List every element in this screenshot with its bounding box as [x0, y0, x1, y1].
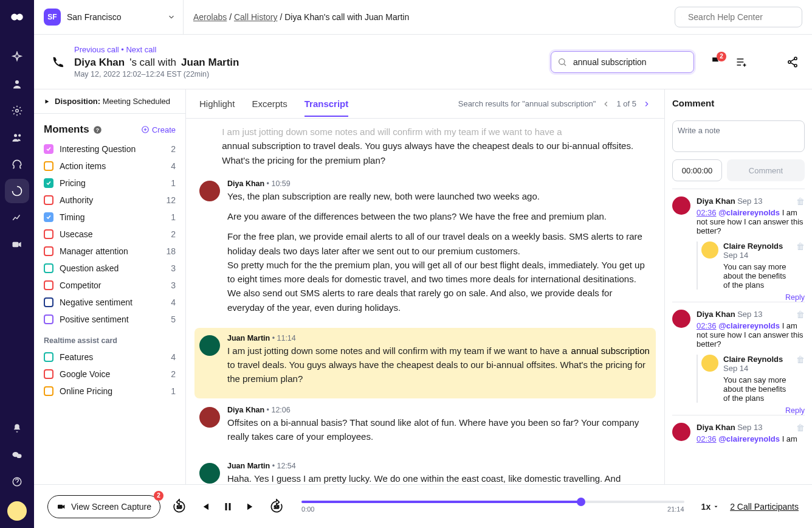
people-icon[interactable]	[5, 125, 29, 150]
create-moment-button[interactable]: Create	[141, 125, 176, 134]
playlist-add-button[interactable]	[735, 56, 748, 68]
tab-highlight[interactable]: Highlight	[199, 91, 235, 116]
moment-item[interactable]: Question asked3	[34, 260, 185, 277]
prev-call-link[interactable]: Previous call	[74, 45, 119, 54]
tab-excerpts[interactable]: Excerpts	[252, 91, 287, 116]
assist-item[interactable]: Online Pricing1	[34, 383, 185, 400]
view-screen-capture-button[interactable]: View Screen Capture 2	[47, 495, 160, 518]
sparkle-icon[interactable]	[5, 45, 29, 69]
transcript-search-input[interactable]	[572, 57, 687, 68]
checkbox-icon[interactable]	[44, 314, 53, 324]
disposition-row[interactable]: Disposition: Meeting Scheduled	[34, 89, 185, 114]
breadcrumb-current: Diya Khan's call with Juan Martin	[284, 12, 409, 22]
assist-count: 1	[171, 386, 176, 396]
delete-icon[interactable]: 🗑	[796, 355, 805, 403]
delete-icon[interactable]: 🗑	[796, 423, 805, 432]
moments-title: Moments ?	[44, 123, 102, 136]
share-button[interactable]	[786, 56, 799, 68]
moment-label: Timing	[60, 212, 165, 222]
breadcrumb-section[interactable]: Call History	[234, 12, 278, 22]
video-icon[interactable]	[5, 232, 29, 257]
transcript-turn: Juan Martin • 11:14I am just jotting dow…	[194, 328, 656, 398]
transcript-search[interactable]	[551, 51, 694, 73]
headset-icon[interactable]	[5, 152, 29, 176]
moment-item[interactable]: Negative sentiment4	[34, 294, 185, 311]
checkbox-icon[interactable]	[44, 297, 53, 307]
checkbox-icon[interactable]	[44, 195, 53, 205]
checkbox-icon[interactable]	[44, 246, 53, 256]
checkbox-icon[interactable]	[44, 386, 53, 396]
assist-label: Online Pricing	[60, 386, 165, 396]
assist-item[interactable]: Features4	[34, 349, 185, 366]
rewind-15-button[interactable]: 15	[171, 499, 187, 515]
person-icon[interactable]	[5, 72, 29, 96]
checkbox-icon[interactable]	[44, 369, 53, 379]
bell-icon[interactable]	[5, 416, 29, 440]
moment-item[interactable]: Pricing1	[34, 175, 185, 192]
playback-speed[interactable]: 1x	[701, 502, 720, 512]
moment-item[interactable]: Timing1	[34, 209, 185, 226]
delete-icon[interactable]: 🗑	[796, 196, 805, 206]
time-elapsed: 0:00	[301, 505, 314, 513]
breadcrumb: Aerolabs / Call History / Diya Khan's ca…	[193, 12, 665, 22]
moment-label: Manager attention	[60, 246, 160, 256]
next-call-link[interactable]: Next call	[126, 45, 156, 54]
workspace-switcher[interactable]: SF San Francisco	[44, 0, 184, 34]
tab-transcript[interactable]: Transcript	[304, 91, 349, 116]
comment-input[interactable]: Write a note	[672, 120, 805, 152]
chart-icon[interactable]	[5, 206, 29, 230]
checkbox-icon[interactable]	[44, 161, 53, 171]
moment-item[interactable]: Action items4	[34, 158, 185, 175]
participants-link[interactable]: 2 Call Participants	[730, 502, 799, 512]
checkbox-icon[interactable]	[44, 263, 53, 273]
checkbox-icon[interactable]	[44, 212, 53, 222]
assist-item[interactable]: Google Voice2	[34, 366, 185, 383]
comment-submit-button[interactable]: Comment	[727, 159, 805, 181]
checkbox-icon[interactable]	[44, 178, 53, 188]
comment-timestamp[interactable]: 02:36	[697, 208, 717, 217]
reply-link[interactable]: Reply	[697, 293, 805, 302]
timestamp-input[interactable]: 00:00:00	[672, 159, 722, 181]
checkbox-icon[interactable]	[44, 229, 53, 239]
moment-count: 1	[171, 178, 176, 188]
user-avatar[interactable]	[7, 501, 27, 521]
help-search-input[interactable]	[687, 12, 796, 23]
moment-label: Authority	[60, 195, 160, 205]
chat-icon[interactable]	[5, 443, 29, 467]
app-logo[interactable]	[7, 7, 27, 27]
history-icon[interactable]	[5, 179, 29, 203]
timeline[interactable]: 0:0021:14	[295, 501, 690, 513]
chevron-right-icon[interactable]	[642, 100, 651, 108]
breadcrumb-org[interactable]: Aerolabs	[193, 12, 227, 22]
reply-link[interactable]: Reply	[697, 406, 805, 415]
help-search[interactable]	[675, 7, 802, 27]
pause-button[interactable]	[222, 501, 233, 512]
comment-item: Diya Khan Sep 1302:36 @clairereynolds I …	[672, 415, 805, 443]
transcript-panel: Highlight Excerpts Transcript Search res…	[186, 89, 665, 484]
speaker-avatar	[199, 463, 220, 484]
moment-item[interactable]: Manager attention18	[34, 243, 185, 260]
chevron-left-icon[interactable]	[602, 100, 610, 108]
checkbox-icon[interactable]	[44, 144, 53, 154]
flag-button[interactable]: 2	[710, 56, 722, 68]
reply-avatar	[701, 241, 718, 259]
delete-icon[interactable]: 🗑	[796, 241, 805, 290]
gear-icon[interactable]	[5, 99, 29, 123]
checkbox-icon[interactable]	[44, 352, 53, 362]
moment-item[interactable]: Positive sentiment5	[34, 311, 185, 328]
moment-item[interactable]: Competitor3	[34, 277, 185, 294]
download-button[interactable]	[761, 56, 773, 68]
next-track-button[interactable]	[246, 501, 256, 512]
help-icon[interactable]	[5, 470, 29, 494]
moment-item[interactable]: Authority12	[34, 192, 185, 209]
checkbox-icon[interactable]	[44, 280, 53, 290]
delete-icon[interactable]: 🗑	[796, 310, 805, 319]
moment-item[interactable]: Interesting Question2	[34, 141, 185, 158]
prev-track-button[interactable]	[199, 501, 210, 512]
comment-body: 02:36 @clairereynolds I am not sure how …	[697, 321, 805, 349]
forward-15-button[interactable]: 15	[269, 499, 284, 515]
comment-header: Diya Khan Sep 13	[697, 423, 805, 432]
comment-timestamp[interactable]: 02:36	[697, 434, 717, 443]
comment-timestamp[interactable]: 02:36	[697, 321, 717, 330]
moment-item[interactable]: Usecase2	[34, 226, 185, 243]
